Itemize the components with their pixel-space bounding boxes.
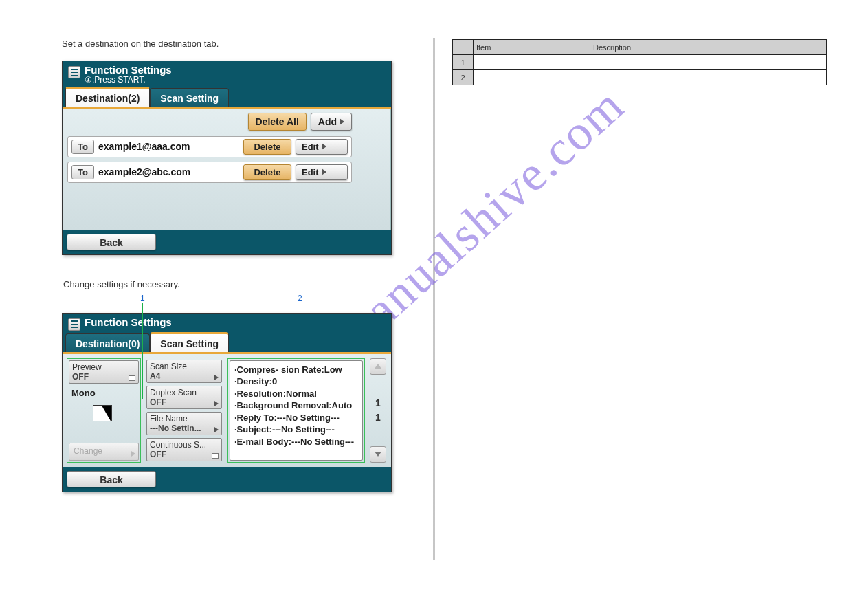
table-row: 2: [453, 70, 827, 85]
panel-footer: Back: [63, 230, 391, 254]
table-header-row: Item Description: [453, 40, 827, 55]
scan-size-label: Scan Size: [150, 362, 219, 371]
filename-label: File Name: [150, 414, 219, 424]
chevron-up-icon: [375, 364, 381, 369]
intro-text: Set a destination on the destination tab…: [62, 38, 399, 50]
duplex-label: Duplex Scan: [150, 388, 219, 397]
list-icon: [68, 318, 80, 331]
scan-body: Preview OFF Mono Change Scan: [63, 354, 391, 467]
callout-description-table: Item Description 1 2: [452, 39, 827, 85]
toggle-indicator-icon: [129, 375, 135, 381]
chevron-right-icon: [131, 451, 135, 457]
tab-destination[interactable]: Destination(0): [65, 333, 150, 352]
change-label: Change: [74, 446, 102, 456]
chevron-right-icon: [214, 375, 219, 380]
tab-row: Destination(2) Scan Setting: [63, 87, 391, 109]
table-cell: [590, 55, 827, 70]
summary-line: ·E-mail Body:---No Setting---: [234, 436, 358, 448]
chevron-down-icon: [375, 452, 381, 457]
toggle-indicator-icon: [212, 453, 219, 459]
back-button[interactable]: Back: [67, 234, 156, 250]
preview-tile[interactable]: Preview OFF: [69, 360, 139, 384]
summary-line: ·Background Removal:Auto: [234, 399, 358, 412]
summary-line: ·Subject:---No Setting---: [234, 424, 358, 436]
destination-email: example2@abc.com: [98, 166, 239, 177]
page-total: 1: [372, 412, 384, 423]
callout-line: [142, 303, 143, 399]
file-name-tile[interactable]: File Name ---No Settin...: [146, 412, 222, 435]
destination-row: To example1@aaa.com Delete Edit: [67, 136, 352, 157]
chevron-right-icon: [214, 401, 219, 406]
callout-group-1: Preview OFF Mono Change: [67, 358, 141, 463]
filename-value: ---No Settin...: [150, 424, 219, 433]
table-header: Item: [474, 40, 590, 55]
panel-header: Function Settings: [63, 314, 391, 332]
change-button[interactable]: Change: [69, 443, 139, 461]
to-chip: To: [71, 165, 94, 179]
function-settings-panel-destination: Function Settings ①:Press START. Destina…: [62, 61, 392, 254]
chevron-right-icon: [322, 168, 326, 175]
tab-row: Destination(0) Scan Setting: [63, 332, 391, 354]
top-action-row: Delete All Add: [67, 113, 386, 131]
to-chip: To: [71, 140, 94, 154]
panel-header: Function Settings ①:Press START.: [63, 61, 391, 86]
delete-all-button[interactable]: Delete All: [248, 113, 307, 131]
scan-summary-list: ·Compres- sion Rate:Low ·Density:0 ·Reso…: [230, 360, 363, 461]
settings-tile-column: Scan Size A4 Duplex Scan OFF File Name -…: [145, 358, 223, 463]
mono-swatch-icon: [93, 405, 112, 421]
delete-button[interactable]: Delete: [243, 139, 291, 155]
panel-title: Function Settings: [85, 65, 172, 75]
scan-size-value: A4: [150, 371, 219, 381]
left-column: Set a destination on the destination tab…: [0, 0, 433, 571]
preview-value: OFF: [72, 372, 135, 382]
two-column-layout: Set a destination on the destination tab…: [0, 0, 868, 571]
chevron-right-icon: [340, 118, 344, 125]
mono-label: Mono: [69, 386, 139, 399]
right-column: Item Description 1 2: [435, 0, 865, 571]
function-settings-panel-scan: Function Settings Destination(0) Scan Se…: [62, 313, 392, 492]
tab-scan-setting[interactable]: Scan Setting: [150, 88, 229, 107]
table-row: 1: [453, 55, 827, 70]
summary-line: ·Reply To:---No Setting---: [234, 412, 358, 424]
continuous-label: Continuous S...: [150, 440, 219, 450]
table-cell: [474, 55, 590, 70]
edit-button[interactable]: Edit: [296, 139, 348, 155]
panel-subtitle: ①:Press START.: [85, 75, 172, 85]
callout-line: [300, 303, 300, 399]
preview-label: Preview: [72, 362, 135, 372]
table-header: Description: [590, 40, 827, 55]
chevron-right-icon: [214, 427, 219, 432]
chevron-right-icon: [322, 143, 326, 150]
panel-footer: Back: [63, 467, 391, 492]
summary-line: ·Density:0: [234, 375, 358, 388]
table-cell: 2: [453, 70, 474, 85]
callout-number-1: 1: [140, 294, 145, 303]
destination-email: example1@aaa.com: [98, 141, 239, 152]
scan-size-tile[interactable]: Scan Size A4: [146, 360, 222, 383]
duplex-scan-tile[interactable]: Duplex Scan OFF: [146, 386, 222, 409]
mono-area: Mono: [69, 386, 139, 440]
tab-destination[interactable]: Destination(2): [65, 87, 150, 107]
summary-line: ·Resolution:Normal: [234, 388, 358, 400]
scroll-down-button[interactable]: [370, 446, 386, 463]
delete-button[interactable]: Delete: [243, 164, 291, 180]
continuous-scan-tile[interactable]: Continuous S... OFF: [146, 438, 222, 461]
edit-button[interactable]: Edit: [296, 164, 348, 180]
step-text: Change settings if necessary.: [63, 279, 399, 289]
callout-indicators: 1 2: [62, 294, 399, 313]
tab-scan-setting[interactable]: Scan Setting: [150, 332, 229, 352]
back-button[interactable]: Back: [67, 471, 156, 487]
duplex-value: OFF: [150, 397, 219, 407]
panel-body: Delete All Add To example1@aaa.com Delet…: [63, 109, 391, 230]
callout-number-2: 2: [298, 294, 302, 303]
page-current: 1: [372, 397, 384, 408]
table-cell: [474, 70, 590, 85]
table-cell: [590, 70, 827, 85]
panel-title: Function Settings: [85, 317, 172, 327]
page-indicator: 1 1: [372, 397, 384, 423]
list-icon: [68, 66, 80, 78]
continuous-value: OFF: [150, 450, 219, 459]
scroll-up-button[interactable]: [370, 358, 386, 375]
add-button[interactable]: Add: [311, 113, 352, 131]
destination-row: To example2@abc.com Delete Edit: [67, 162, 352, 183]
